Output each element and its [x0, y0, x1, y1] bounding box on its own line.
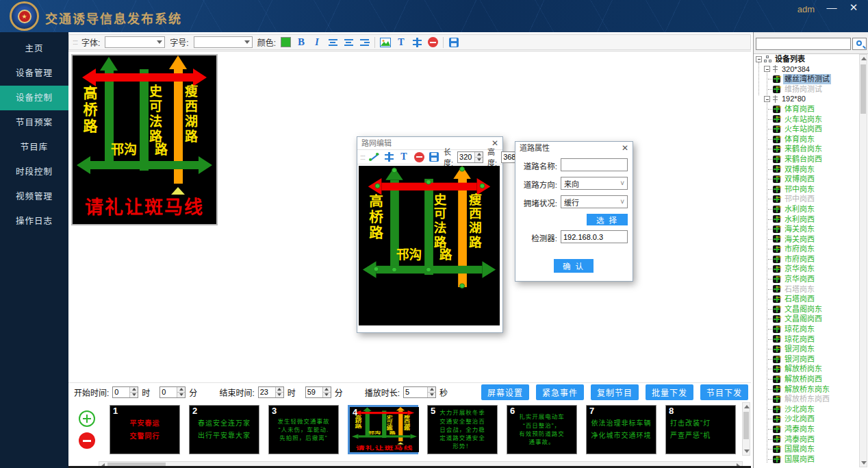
tree-device-item[interactable]: 双博岗西: [754, 174, 868, 184]
select-button[interactable]: 选 择: [587, 214, 628, 225]
program-thumbnail[interactable]: 2 春运安全连万家 出行平安靠大家: [189, 405, 259, 454]
program-thumbnail[interactable]: 1 平安春运 交警同行: [110, 405, 180, 454]
tree-device-item[interactable]: 文昌阁岗西: [754, 314, 868, 324]
save-icon[interactable]: [449, 38, 459, 47]
line-tool-icon[interactable]: [369, 152, 379, 162]
tree-device-item[interactable]: 体育岗东: [754, 134, 868, 145]
control-point[interactable]: [392, 267, 397, 273]
screen-settings-button[interactable]: 屏幕设置: [481, 384, 529, 400]
road-tool-icon[interactable]: [413, 38, 422, 47]
start-hour-input[interactable]: [113, 387, 129, 397]
tree-device-item[interactable]: 银河岗西: [754, 354, 868, 365]
tree-device-item[interactable]: 水利岗东: [754, 204, 868, 214]
copy-program-button[interactable]: 复制节目: [591, 384, 639, 400]
tree-device-item[interactable]: 沙北岗西: [754, 414, 868, 424]
tree-device-item[interactable]: 维扬岗测试: [754, 84, 868, 95]
tree-device-item[interactable]: 京华岗东: [754, 264, 868, 274]
control-point[interactable]: [374, 267, 379, 272]
expander-icon[interactable]: [764, 96, 770, 102]
program-thumbnail[interactable]: 6 扎实开展电动车 “百日整治”， 有效预防道路交 通事故。: [507, 405, 577, 454]
end-hour-input[interactable]: [259, 387, 275, 397]
batch-send-button[interactable]: 批量下发: [646, 384, 693, 400]
tree-device-item[interactable]: 来鹤台岗东: [754, 144, 868, 154]
tree-device-item[interactable]: 国展岗西: [754, 454, 868, 465]
road-tool-icon[interactable]: [385, 152, 394, 162]
text-tool-button[interactable]: T: [396, 36, 407, 49]
font-select[interactable]: [105, 36, 165, 48]
dialog-close-icon[interactable]: ✕: [622, 143, 628, 153]
tree-device-item[interactable]: 双博岗东: [754, 164, 868, 175]
control-point[interactable]: [426, 180, 431, 185]
editor-canvas[interactable]: 高桥路 史可法路 瘦西湖路 邗沟 路 请礼让斑马线 路网编辑 ✕ :::: T: [68, 51, 751, 382]
delete-icon[interactable]: [428, 37, 438, 47]
direction-select[interactable]: 来向˅: [561, 177, 628, 190]
detector-input[interactable]: [561, 230, 628, 243]
tree-device-item[interactable]: 银河岗东: [754, 344, 868, 354]
align-left-button[interactable]: [327, 36, 338, 49]
device-search-input[interactable]: [756, 38, 851, 50]
tree-device-item[interactable]: 鸿泰岗东: [754, 424, 868, 434]
tree-device-item[interactable]: 市府岗西: [754, 254, 868, 264]
add-program-button[interactable]: [79, 410, 95, 427]
program-thumbnail[interactable]: 8 打击改装“灯 严查严惩“机: [665, 405, 736, 454]
tree-group-192x80[interactable]: 192*80: [754, 94, 868, 104]
tree-device-item[interactable]: 海关岗东: [754, 224, 868, 234]
road-name-input[interactable]: [561, 158, 628, 171]
tree-device-item[interactable]: 海关岗西: [754, 234, 868, 245]
tree-device-item[interactable]: 解放桥岗西: [754, 374, 868, 384]
control-point[interactable]: [375, 184, 381, 189]
bold-button[interactable]: B: [296, 36, 307, 49]
control-point[interactable]: [426, 267, 431, 273]
scroll-up-icon[interactable]: [860, 55, 867, 62]
close-button[interactable]: ✕: [846, 0, 861, 15]
sidebar-item-device-mgmt[interactable]: 设备管理: [0, 61, 68, 86]
delete-icon[interactable]: [414, 152, 424, 162]
congestion-select[interactable]: 缓行˅: [561, 195, 628, 208]
align-right-button[interactable]: [359, 36, 370, 49]
tree-device-item[interactable]: 市府岗东: [754, 244, 868, 254]
tree-device-item[interactable]: 琼花岗东: [754, 324, 868, 334]
sidebar-item-device-control[interactable]: 设备控制: [0, 86, 68, 110]
tree-device-item[interactable]: 火车站岗西: [754, 124, 868, 134]
program-thumbnail-selected[interactable]: 高桥路 史可法路 瘦西湖路 邗沟 路 请礼让斑马线 4: [348, 405, 418, 454]
tree-device-item[interactable]: 水利岗西: [754, 214, 868, 225]
end-min-input[interactable]: [306, 387, 322, 397]
align-center-button[interactable]: [343, 36, 354, 49]
stepper-down-icon[interactable]: [475, 158, 483, 162]
send-program-button[interactable]: 节目下发: [700, 384, 748, 400]
control-point[interactable]: [459, 167, 465, 172]
tree-vscroll[interactable]: [859, 54, 867, 467]
tree-device-item[interactable]: 文昌阁岗东: [754, 304, 868, 315]
sidebar-item-video-mgmt[interactable]: 视频管理: [0, 184, 68, 209]
sidebar-item-time-control[interactable]: 时段控制: [0, 160, 68, 184]
thumbs-vscroll[interactable]: [742, 402, 750, 456]
stepper-up-icon[interactable]: [475, 152, 483, 158]
tree-device-item[interactable]: 邗中岗东: [754, 184, 868, 195]
text-tool-button[interactable]: T: [398, 151, 409, 163]
tree-device-item[interactable]: 国展岗东: [754, 444, 868, 454]
size-select[interactable]: [194, 36, 253, 48]
tree-device-item[interactable]: 石塔岗东: [754, 284, 868, 295]
tree-root[interactable]: 设备列表: [754, 54, 868, 64]
control-point[interactable]: [392, 168, 397, 173]
tree-device-item[interactable]: 解放桥岗东: [754, 364, 868, 374]
start-min-input[interactable]: [160, 387, 177, 397]
roadnet-edit-canvas[interactable]: 高桥路 史可法路 瘦西湖路 邗沟 路 请礼让斑马线: [359, 166, 500, 325]
expander-icon[interactable]: [756, 56, 762, 62]
duration-input[interactable]: [404, 387, 427, 397]
sidebar-item-operation-log[interactable]: 操作日志: [0, 209, 68, 234]
minimize-button[interactable]: —: [824, 0, 839, 15]
device-search-button[interactable]: [852, 38, 867, 50]
confirm-button[interactable]: 确 认: [554, 259, 593, 273]
sidebar-item-program-library[interactable]: 节目库: [0, 135, 68, 160]
program-thumbnail[interactable]: 5 大力开展秋冬季 交通安全整治百 日会战，全力稳 定道路交通安全 形势！: [427, 405, 498, 454]
tree-device-item[interactable]: 沙北岗东: [754, 404, 868, 415]
color-swatch[interactable]: [281, 37, 291, 47]
tree-device-item[interactable]: 解放桥东岗东: [754, 384, 868, 395]
control-point[interactable]: [459, 283, 465, 288]
scroll-down-icon[interactable]: [743, 447, 750, 455]
remove-program-button[interactable]: [79, 432, 95, 449]
save-icon[interactable]: [429, 152, 439, 162]
program-thumbnail[interactable]: 7 依法治理非标车辆 净化城市交通环境: [586, 405, 656, 454]
italic-button[interactable]: I: [311, 36, 322, 49]
